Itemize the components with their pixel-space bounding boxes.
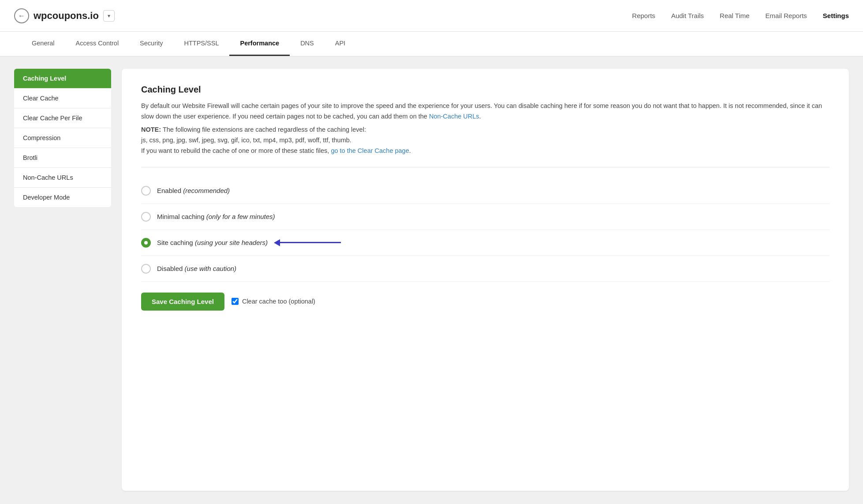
arrow-line-body bbox=[279, 242, 341, 243]
tab-general[interactable]: General bbox=[21, 32, 65, 56]
content-area: Caching Level By default our Website Fir… bbox=[122, 69, 849, 491]
radio-site-caching-label: Site caching (using your site headers) bbox=[157, 239, 268, 246]
rebuild-text: If you want to rebuild the cache of one … bbox=[141, 147, 329, 154]
radio-minimal-label: Minimal caching (only for a few minutes) bbox=[157, 213, 275, 220]
nav-audit-trails[interactable]: Audit Trails bbox=[671, 12, 704, 19]
section-note: NOTE: The following file extensions are … bbox=[141, 125, 829, 156]
nav-real-time[interactable]: Real Time bbox=[720, 12, 750, 19]
clear-cache-page-link[interactable]: go to the Clear Cache page bbox=[331, 147, 409, 154]
tab-security[interactable]: Security bbox=[129, 32, 173, 56]
radio-option-disabled[interactable]: Disabled (use with caution) bbox=[141, 256, 829, 282]
sidebar-item-compression[interactable]: Compression bbox=[14, 128, 111, 148]
tab-access-control[interactable]: Access Control bbox=[65, 32, 130, 56]
sidebar-item-caching-level[interactable]: Caching Level bbox=[14, 69, 111, 89]
nav-email-reports[interactable]: Email Reports bbox=[766, 12, 807, 19]
tab-dns[interactable]: DNS bbox=[290, 32, 325, 56]
sidebar-item-brotli[interactable]: Brotli bbox=[14, 148, 111, 168]
sidebar-item-non-cache-urls[interactable]: Non-Cache URLs bbox=[14, 168, 111, 188]
back-icon: ← bbox=[18, 12, 25, 20]
extensions-list: js, css, png, jpg, swf, jpeg, svg, gif, … bbox=[141, 137, 351, 144]
clear-cache-checkbox-area[interactable]: Clear cache too (optional) bbox=[232, 298, 315, 305]
back-button[interactable]: ← bbox=[14, 8, 29, 23]
sub-tabs: General Access Control Security HTTPS/SS… bbox=[0, 32, 863, 56]
main-layout: Caching Level Clear Cache Clear Cache Pe… bbox=[0, 56, 863, 503]
radio-enabled-label: Enabled (recommended) bbox=[157, 187, 230, 194]
radio-option-site-caching[interactable]: Site caching (using your site headers) bbox=[141, 230, 829, 256]
chevron-down-icon: ▾ bbox=[108, 13, 110, 19]
radio-option-enabled[interactable]: Enabled (recommended) bbox=[141, 178, 829, 204]
logo-area: ← wpcoupons.io ▾ bbox=[14, 8, 632, 23]
site-name: wpcoupons.io bbox=[34, 10, 99, 22]
radio-minimal[interactable] bbox=[141, 212, 151, 222]
section-divider bbox=[141, 167, 829, 167]
top-navigation: Reports Audit Trails Real Time Email Rep… bbox=[632, 12, 849, 19]
radio-option-minimal[interactable]: Minimal caching (only for a few minutes) bbox=[141, 204, 829, 230]
tab-performance[interactable]: Performance bbox=[229, 32, 290, 56]
save-caching-level-button[interactable]: Save Caching Level bbox=[141, 293, 224, 311]
sidebar-item-developer-mode[interactable]: Developer Mode bbox=[14, 188, 111, 207]
clear-cache-checkbox[interactable] bbox=[232, 298, 239, 305]
radio-disabled-label: Disabled (use with caution) bbox=[157, 265, 236, 272]
sidebar: Caching Level Clear Cache Clear Cache Pe… bbox=[14, 69, 111, 491]
radio-site-caching[interactable] bbox=[141, 238, 151, 248]
sidebar-item-clear-cache-per-file[interactable]: Clear Cache Per File bbox=[14, 108, 111, 128]
radio-enabled[interactable] bbox=[141, 186, 151, 196]
sidebar-item-clear-cache[interactable]: Clear Cache bbox=[14, 89, 111, 108]
tab-api[interactable]: API bbox=[325, 32, 356, 56]
save-area: Save Caching Level Clear cache too (opti… bbox=[141, 293, 829, 311]
top-header: ← wpcoupons.io ▾ Reports Audit Trails Re… bbox=[0, 0, 863, 32]
arrow-indicator bbox=[274, 239, 341, 246]
nav-reports[interactable]: Reports bbox=[632, 12, 655, 19]
nav-settings[interactable]: Settings bbox=[823, 12, 849, 19]
section-description: By default our Website Firewall will cac… bbox=[141, 101, 829, 122]
clear-cache-checkbox-label: Clear cache too (optional) bbox=[242, 298, 315, 305]
non-cache-urls-link[interactable]: Non-Cache URLs bbox=[429, 113, 479, 120]
tab-https-ssl[interactable]: HTTPS/SSL bbox=[174, 32, 230, 56]
note-prefix: NOTE: bbox=[141, 126, 161, 133]
site-dropdown-button[interactable]: ▾ bbox=[103, 10, 115, 22]
section-title: Caching Level bbox=[141, 85, 829, 95]
radio-disabled[interactable] bbox=[141, 264, 151, 274]
